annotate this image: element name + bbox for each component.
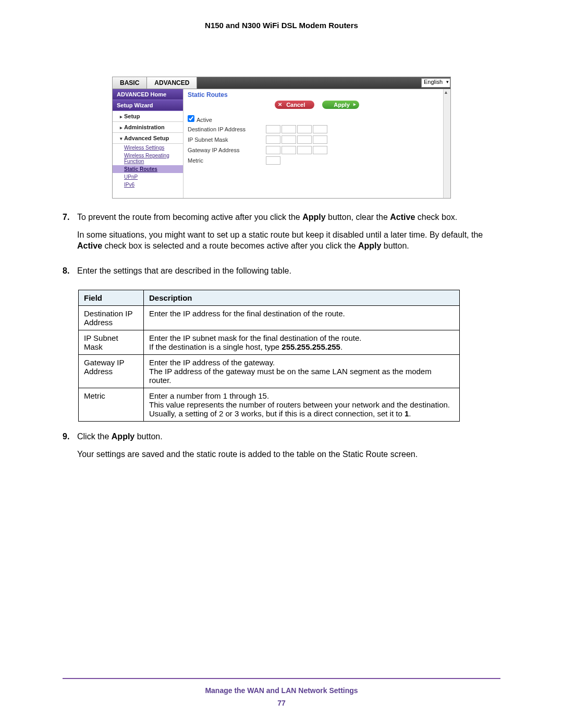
- ip-octet-input[interactable]: [282, 125, 296, 133]
- content-title: Static Routes: [188, 91, 446, 98]
- ip-octet-input[interactable]: [266, 125, 280, 133]
- field-label: Destination IP Address: [188, 126, 266, 132]
- subnav-static-routes[interactable]: Static Routes: [113, 165, 183, 173]
- settings-table: Field Description Destination IP Address…: [78, 290, 460, 422]
- text-bold: Active: [390, 213, 415, 221]
- footer-section: Manage the WAN and LAN Network Settings: [0, 686, 563, 695]
- text: check box is selected and a route become…: [102, 241, 358, 250]
- tab-advanced[interactable]: ADVANCED: [147, 77, 197, 89]
- chevron-down-icon: ▾: [120, 136, 123, 141]
- text: In some situations, you might want to se…: [77, 230, 483, 239]
- apply-label: Apply: [334, 102, 350, 108]
- cancel-label: Cancel: [286, 102, 305, 108]
- apply-button[interactable]: Apply▸: [322, 101, 359, 109]
- text: Your settings are saved and the static r…: [77, 449, 500, 460]
- ip-octet-input[interactable]: [282, 146, 296, 154]
- table-row: MetricEnter a number from 1 through 15.T…: [79, 388, 460, 422]
- router-ui-screenshot: BASIC ADVANCED English ADVANCED Home Set…: [112, 77, 451, 199]
- text: check box.: [415, 213, 457, 221]
- text: button.: [134, 432, 162, 441]
- footer-divider: [63, 678, 500, 679]
- th-field: Field: [79, 290, 144, 306]
- field-label: IP Subnet Mask: [188, 137, 266, 143]
- field-label: Gateway IP Address: [188, 147, 266, 153]
- sidebar-item-advanced-setup[interactable]: ▾Advanced Setup: [113, 133, 183, 144]
- table-row: IP Subnet MaskEnter the IP subnet mask f…: [79, 330, 460, 355]
- step-7: 7. To prevent the route from becoming ac…: [63, 212, 500, 258]
- text: button.: [381, 241, 409, 250]
- cell-field: Gateway IP Address: [79, 355, 144, 388]
- text-bold: Active: [77, 241, 102, 250]
- sidebar-item-administration[interactable]: ▸Administration: [113, 122, 183, 133]
- chevron-right-icon: ▸: [120, 114, 123, 119]
- cell-description: Enter the IP address of the gateway.The …: [144, 355, 460, 388]
- ip-octet-input[interactable]: [313, 135, 327, 144]
- sidebar-label: Setup: [124, 113, 140, 119]
- doc-title: N150 and N300 WiFi DSL Modem Routers: [63, 21, 500, 30]
- cell-description: Enter a number from 1 through 15.This va…: [144, 388, 460, 422]
- scrollbar[interactable]: [443, 89, 450, 198]
- ip-octet-input[interactable]: [297, 125, 312, 133]
- cell-description: Enter the IP subnet mask for the final d…: [144, 330, 460, 355]
- text: To prevent the route from becoming activ…: [77, 213, 302, 221]
- sidebar: ADVANCED Home Setup Wizard ▸Setup ▸Admin…: [113, 89, 183, 198]
- table-row: Gateway IP AddressEnter the IP address o…: [79, 355, 460, 388]
- sidebar-label: Administration: [124, 124, 165, 130]
- text: Click the: [77, 432, 112, 441]
- step-number: 8.: [63, 265, 77, 283]
- ip-octet-input[interactable]: [297, 146, 312, 154]
- language-select[interactable]: English: [421, 78, 450, 88]
- cell-field: Destination IP Address: [79, 306, 144, 330]
- text-bold: Apply: [112, 432, 134, 441]
- ip-octet-input[interactable]: [313, 146, 327, 154]
- active-checkbox[interactable]: [188, 115, 194, 122]
- ip-octet-input[interactable]: [266, 135, 280, 144]
- cell-description: Enter the IP address for the final desti…: [144, 306, 460, 330]
- active-label: Active: [197, 117, 212, 123]
- ip-octet-input[interactable]: [313, 125, 327, 133]
- ip-octet-input[interactable]: [266, 146, 280, 154]
- subnav-upnp[interactable]: UPnP: [113, 173, 183, 181]
- text-bold: Apply: [302, 213, 325, 221]
- sidebar-item-setup-wizard[interactable]: Setup Wizard: [113, 100, 183, 111]
- sidebar-item-setup[interactable]: ▸Setup: [113, 111, 183, 122]
- field-label: Metric: [188, 157, 266, 164]
- sidebar-item-advanced-home[interactable]: ADVANCED Home: [113, 89, 183, 100]
- cell-field: IP Subnet Mask: [79, 330, 144, 355]
- tab-basic[interactable]: BASIC: [113, 77, 147, 89]
- footer-page-number: 77: [0, 699, 563, 707]
- step-8: 8. Enter the settings that are described…: [63, 265, 500, 283]
- text-bold: Apply: [358, 241, 381, 250]
- ip-octet-input[interactable]: [282, 135, 296, 144]
- sidebar-label: Advanced Setup: [124, 135, 169, 141]
- step-number: 7.: [63, 212, 77, 258]
- th-description: Description: [144, 290, 460, 306]
- content-panel: Static Routes ✕Cancel Apply▸ Active Dest…: [183, 89, 450, 198]
- tab-bar: BASIC ADVANCED English: [113, 77, 450, 89]
- close-icon: ✕: [278, 102, 282, 107]
- cancel-button[interactable]: ✕Cancel: [275, 101, 314, 109]
- chevron-right-icon: ▸: [120, 125, 123, 130]
- subnav-wireless-repeating[interactable]: Wireless Repeating Function: [113, 152, 183, 165]
- step-number: 9.: [63, 431, 77, 466]
- subnav-wireless-settings[interactable]: Wireless Settings: [113, 144, 183, 152]
- text: Enter the settings that are described in…: [77, 265, 500, 277]
- subnav-ipv6[interactable]: IPv6: [113, 181, 183, 189]
- ip-octet-input[interactable]: [297, 135, 312, 144]
- step-9: 9. Click the Apply button. Your settings…: [63, 431, 500, 466]
- metric-input[interactable]: [266, 156, 280, 165]
- table-row: Destination IP AddressEnter the IP addre…: [79, 306, 460, 330]
- chevron-right-icon: ▸: [353, 102, 356, 107]
- text: button, clear the: [326, 213, 390, 221]
- cell-field: Metric: [79, 388, 144, 422]
